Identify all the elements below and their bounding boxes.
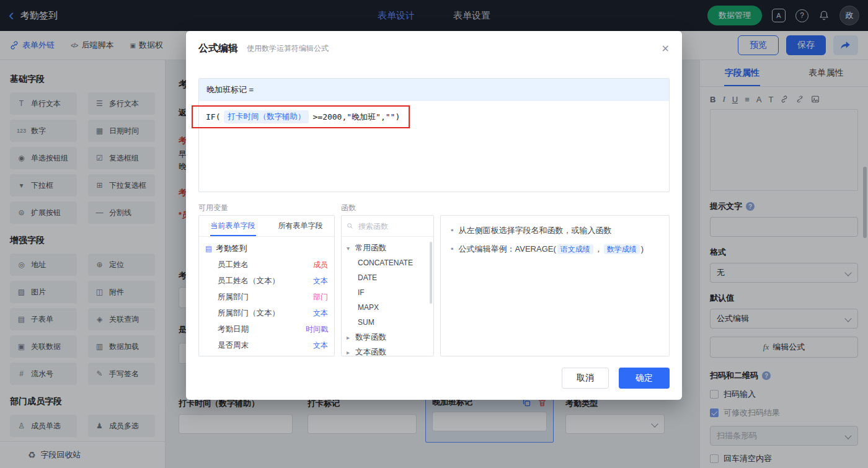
function-item-date[interactable]: DATE [347, 270, 428, 285]
function-group-math[interactable]: ▸ 数学函数 [347, 330, 428, 345]
dialog-title: 公式编辑 [198, 42, 238, 55]
field-type-tag: 文本 [313, 308, 328, 319]
field-type-tag: 文本 [313, 340, 328, 351]
variable-item[interactable]: 员工姓名（文本）文本 [205, 273, 328, 289]
document-icon: ▤ [205, 244, 212, 253]
variable-item[interactable]: 是否周末文本 [205, 337, 328, 353]
dialog-subtitle: 使用数学运算符编辑公式 [247, 43, 329, 54]
app-window: ‹ 考勤签到 表单设计 表单设置 数据管理 A ? 政 表单外链 </> 后端脚… [0, 0, 868, 468]
formula-function-text: IF( [206, 112, 220, 121]
formula-rest-text: >=2000,"晚加班","") [312, 112, 400, 123]
function-item-concatenate[interactable]: CONCATENATE [347, 255, 428, 270]
function-item-if[interactable]: IF [347, 285, 428, 300]
variables-section-label: 可用变量 [198, 203, 228, 213]
function-item-sum[interactable]: SUM [347, 315, 428, 330]
tab-all-form-fields[interactable]: 所有表单字段 [267, 216, 334, 236]
bullet-icon: • [451, 243, 454, 255]
variable-item[interactable]: 员工姓名成员 [205, 257, 328, 273]
formula-input-area[interactable]: IF( 打卡时间（数字辅助） >=2000,"晚加班","") [199, 101, 669, 192]
close-icon[interactable]: ✕ [662, 43, 670, 55]
search-icon [347, 222, 353, 230]
functions-scrollbar[interactable] [430, 242, 432, 304]
formula-field-token[interactable]: 打卡时间（数字辅助） [224, 110, 309, 123]
function-item-mapx[interactable]: MAPX [347, 300, 428, 315]
formula-help-panel: • 从左侧面板选择字段名和函数，或输入函数 • 公式编辑举例：AVERAGE(语… [440, 215, 670, 356]
functions-section-label: 函数 [341, 203, 356, 213]
caret-right-icon: ▸ [347, 334, 353, 341]
confirm-button[interactable]: 确定 [619, 368, 670, 389]
bullet-icon: • [451, 224, 454, 237]
help-line: 从左侧面板选择字段名和函数，或输入函数 [459, 224, 612, 237]
help-example: 公式编辑举例：AVERAGE(语文成绩，数学成绩) [459, 243, 644, 255]
field-type-tag: 文本 [313, 276, 328, 286]
function-search[interactable] [342, 216, 433, 237]
field-type-tag: 时间戳 [306, 324, 328, 335]
example-field-token: 数学成绩 [604, 244, 640, 254]
tab-current-form-fields[interactable]: 当前表单字段 [199, 216, 267, 236]
cancel-button[interactable]: 取消 [562, 368, 609, 389]
functions-panel: ▾ 常用函数 CONCATENATE DATE IF MAPX SUM ▸ 数学… [341, 215, 434, 356]
caret-right-icon: ▸ [347, 349, 353, 356]
variables-form-node[interactable]: ▤ 考勤签到 [205, 241, 328, 257]
function-search-input[interactable] [357, 221, 428, 231]
variables-panel: 当前表单字段 所有表单字段 ▤ 考勤签到 员工姓名成员 员工姓名（文本）文本 所… [198, 215, 335, 356]
variable-item[interactable]: 所属部门部门 [205, 289, 328, 305]
function-group-text[interactable]: ▸ 文本函数 [347, 345, 428, 356]
variable-item[interactable]: 所属部门（文本）文本 [205, 305, 328, 321]
function-group-common[interactable]: ▾ 常用函数 [347, 241, 428, 255]
formula-target-bar: 晚加班标记 = [199, 79, 669, 101]
example-field-token: 语文成绩 [557, 244, 593, 254]
field-type-tag: 成员 [313, 260, 328, 270]
variable-item[interactable]: 考勤日期时间戳 [205, 321, 328, 337]
formula-editor-dialog: 公式编辑 使用数学运算符编辑公式 ✕ 晚加班标记 = IF( 打卡时间（数字辅助… [186, 31, 682, 400]
formula-box: 晚加班标记 = IF( 打卡时间（数字辅助） >=2000,"晚加班","") [198, 78, 670, 192]
field-type-tag: 部门 [313, 292, 328, 302]
caret-down-icon: ▾ [347, 245, 353, 252]
red-highlight-annotation: IF( 打卡时间（数字辅助） >=2000,"晚加班","") [192, 105, 410, 128]
